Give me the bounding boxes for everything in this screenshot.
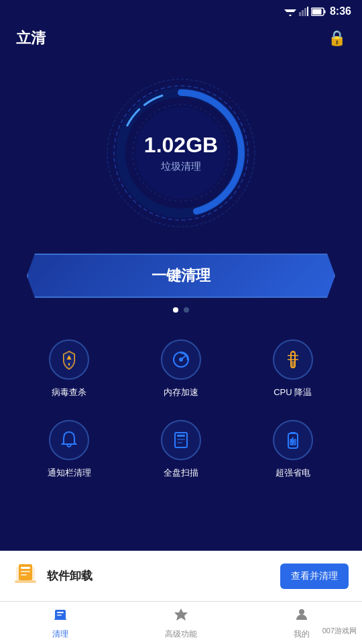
cpu-cool-label: CPU 降温 (274, 386, 312, 398)
battery-icon (311, 7, 326, 16)
func-virus-scan[interactable]: 病毒查杀 (13, 329, 125, 409)
bottom-card: 软件卸载 查看并清理 (0, 551, 362, 601)
virus-scan-label: 病毒查杀 (52, 386, 86, 398)
notify-clean-icon-wrap (49, 420, 89, 460)
svg-rect-5 (304, 8, 306, 16)
uninstall-icon (13, 561, 38, 586)
lock-icon[interactable]: 🔒 (328, 30, 346, 47)
func-memory-speed[interactable]: 内存加速 (125, 329, 237, 409)
dot-2 (184, 307, 189, 313)
watermark: 007游戏网 (322, 626, 357, 636)
main-circle[interactable]: 1.02GB 垃圾清理 (101, 72, 261, 233)
svg-rect-43 (21, 567, 30, 569)
memory-speed-icon-wrap (161, 339, 201, 380)
cpu-cool-icon (282, 349, 304, 370)
svg-rect-9 (312, 9, 321, 14)
bottom-nav: 清理 高级功能 我的 (0, 601, 362, 644)
page-dots (0, 307, 362, 313)
storage-value: 1.02GB (144, 133, 218, 158)
full-scan-label: 全盘扫描 (164, 467, 198, 479)
battery-save-label: 超强省电 (276, 467, 310, 479)
status-icons (284, 7, 326, 16)
dot-1 (173, 307, 178, 313)
svg-rect-4 (302, 10, 304, 16)
svg-rect-45 (21, 574, 27, 576)
header: 立清 🔒 (0, 23, 362, 59)
battery-save-icon (282, 429, 304, 451)
signal-icon (299, 7, 308, 16)
status-time: 8:36 (330, 5, 351, 17)
view-clean-button[interactable]: 查看并清理 (280, 564, 349, 589)
nav-clean[interactable]: 清理 (0, 606, 121, 640)
svg-rect-46 (15, 580, 36, 583)
svg-point-52 (299, 609, 304, 614)
app-title: 立清 (16, 28, 46, 48)
func-cpu-cool[interactable]: CPU 降温 (237, 329, 349, 409)
svg-rect-32 (177, 435, 185, 437)
svg-rect-49 (57, 614, 62, 616)
func-full-scan[interactable]: 全盘扫描 (125, 409, 237, 490)
memory-speed-label: 内存加速 (164, 386, 198, 398)
svg-rect-6 (307, 7, 308, 16)
action-btn-area[interactable]: 一键清理 (0, 254, 362, 298)
status-bar: 8:36 (0, 0, 362, 23)
nav-profile-icon (294, 606, 310, 627)
notify-clean-label: 通知栏清理 (48, 467, 91, 479)
svg-rect-23 (291, 361, 295, 368)
function-grid: 病毒查杀 内存加速 (0, 322, 362, 503)
bottom-card-label: 软件卸载 (47, 568, 271, 584)
circle-info: 1.02GB 垃圾清理 (144, 133, 218, 173)
full-scan-icon (170, 429, 192, 451)
cpu-cool-icon-wrap (273, 339, 313, 380)
func-notify-clean[interactable]: 通知栏清理 (13, 409, 125, 490)
nav-clean-label: 清理 (52, 629, 68, 640)
nav-profile-label: 我的 (294, 629, 310, 640)
nav-clean-icon (52, 606, 68, 627)
one-click-clean-button[interactable]: 一键清理 (27, 254, 335, 298)
nav-advanced-label: 高级功能 (165, 629, 197, 640)
nav-advanced-icon (173, 606, 189, 627)
svg-marker-51 (174, 608, 188, 621)
svg-rect-50 (54, 619, 66, 620)
battery-save-icon-wrap (273, 420, 313, 460)
nav-advanced[interactable]: 高级功能 (121, 606, 241, 640)
svg-rect-36 (290, 432, 296, 434)
virus-scan-icon (58, 349, 80, 370)
memory-speed-icon (170, 349, 192, 370)
wifi-icon (284, 7, 296, 16)
storage-label: 垃圾清理 (144, 160, 218, 173)
svg-rect-48 (57, 612, 64, 613)
svg-rect-34 (177, 442, 182, 443)
uninstall-card-icon (13, 561, 38, 590)
svg-rect-33 (177, 439, 185, 440)
notify-clean-icon (58, 429, 80, 451)
circle-area[interactable]: 1.02GB 垃圾清理 (0, 59, 362, 254)
full-scan-icon-wrap (161, 420, 201, 460)
svg-rect-3 (299, 12, 301, 16)
svg-rect-8 (324, 10, 325, 13)
func-battery-save[interactable]: 超强省电 (237, 409, 349, 490)
virus-scan-icon-wrap (49, 339, 89, 380)
svg-rect-44 (21, 571, 30, 572)
